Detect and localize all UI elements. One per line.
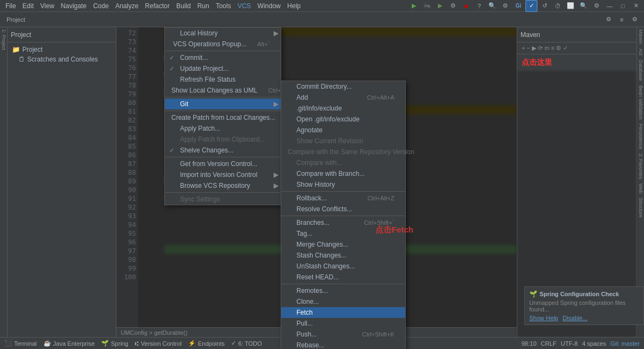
spring-disable[interactable]: Disable... bbox=[562, 315, 587, 321]
status-version-control[interactable]: ⑆ Version Control bbox=[135, 340, 182, 347]
toolbar-search[interactable]: 🔍 bbox=[578, 0, 590, 12]
git-gitignore[interactable]: .git/info/exclude bbox=[281, 103, 405, 114]
vcs-apply-patch[interactable]: Apply Patch... bbox=[165, 123, 281, 134]
sidebar-tab-database[interactable]: Database bbox=[637, 58, 645, 83]
sidebar-tab-favorites[interactable]: 2: Favorites bbox=[637, 151, 645, 181]
toolbar-maximize[interactable]: □ bbox=[617, 0, 629, 12]
toolbar-layout[interactable]: ⬜ bbox=[565, 0, 577, 12]
git-rollback[interactable]: Rollback... Ctrl+Alt+Z bbox=[281, 193, 405, 204]
toolbar-git[interactable]: Gi bbox=[512, 0, 524, 12]
git-open-gitignore[interactable]: Open .git/info/exclude bbox=[281, 114, 405, 125]
vcs-create-patch[interactable]: Create Patch from Local Changes... bbox=[165, 112, 281, 123]
menu-vcs[interactable]: VCS bbox=[234, 1, 255, 11]
tree-item-root[interactable]: 📁 Project bbox=[10, 45, 114, 54]
maven-btn2[interactable]: − bbox=[527, 45, 530, 52]
status-todo[interactable]: ✓ 6: TODO bbox=[231, 340, 262, 347]
git-compare-branch[interactable]: Compare with Branch... bbox=[281, 168, 405, 179]
menu-tools[interactable]: Tools bbox=[213, 1, 234, 11]
branch-label[interactable]: Git: master bbox=[610, 340, 640, 347]
git-add[interactable]: Add Ctrl+Alt+A bbox=[281, 92, 405, 103]
maven-btn4[interactable]: ⟳ bbox=[538, 45, 543, 52]
vcs-import[interactable]: Import into Version Control ▶ bbox=[165, 169, 281, 180]
vcs-commit[interactable]: ✓ Commit... bbox=[165, 52, 281, 63]
git-remotes[interactable]: Remotes... bbox=[281, 285, 405, 296]
menu-edit[interactable]: Edit bbox=[19, 1, 37, 11]
maven-btn1[interactable]: + bbox=[522, 45, 525, 52]
menu-code[interactable]: Code bbox=[90, 1, 112, 11]
vcs-operations-popup[interactable]: VCS Operations Popup... Alt+` bbox=[165, 39, 281, 50]
toolbar-revert[interactable]: ↺ bbox=[538, 0, 550, 12]
git-clone[interactable]: Clone... bbox=[281, 296, 405, 307]
git-commit-dir[interactable]: Commit Directory... bbox=[281, 81, 405, 92]
status-java-enterprise[interactable]: ☕ Java Enterprise bbox=[44, 340, 95, 347]
git-agnotate[interactable]: Agnotate bbox=[281, 125, 405, 136]
spring-show-help[interactable]: Show Help bbox=[529, 315, 558, 321]
vcs-show-local[interactable]: Show Local Changes as UML Ctrl+Alt+Shift… bbox=[165, 85, 281, 96]
maven-btn3[interactable]: ▶ bbox=[532, 45, 536, 52]
git-unstash[interactable]: UnStash Changes... bbox=[281, 261, 405, 272]
vcs-sync[interactable]: Sync Settings bbox=[165, 194, 281, 205]
toolbar-stop[interactable]: ■ bbox=[460, 0, 472, 12]
git-resolve[interactable]: Resolve Conflicts... bbox=[281, 204, 405, 215]
filter-btn[interactable]: ⚙ bbox=[629, 14, 641, 26]
project-dropdown[interactable]: Project bbox=[3, 14, 28, 26]
toolbar-settings2[interactable]: ⚙ bbox=[591, 0, 603, 12]
git-branches[interactable]: Branches... Ctrl+Shift+` bbox=[281, 217, 405, 228]
toolbar-close[interactable]: ✕ bbox=[630, 0, 642, 12]
maven-btn8[interactable]: ✓ bbox=[563, 45, 568, 52]
git-tag[interactable]: Tag... bbox=[281, 228, 405, 239]
vcs-refresh[interactable]: Refresh File Status bbox=[165, 74, 281, 85]
menu-file[interactable]: File bbox=[2, 1, 19, 11]
vcs-update[interactable]: ✓ Update Project... bbox=[165, 63, 281, 74]
menu-help[interactable]: Help bbox=[284, 1, 304, 11]
vcs-browse[interactable]: Browse VCS Repository ▶ bbox=[165, 180, 281, 191]
maven-btn6[interactable]: ≡ bbox=[551, 45, 554, 52]
sidebar-tab-project[interactable]: 1: Project bbox=[0, 27, 8, 52]
sidebar-tab-structure[interactable]: Structure bbox=[637, 195, 645, 220]
toolbar-minimize[interactable]: — bbox=[604, 0, 616, 12]
menu-navigate[interactable]: Navigate bbox=[58, 1, 90, 11]
vcs-apply-clipboard[interactable]: Apply Patch from Clipboard... bbox=[165, 134, 281, 145]
vcs-shelve[interactable]: ✓ Shelve Changes... bbox=[165, 145, 281, 156]
toolbar-coverage[interactable]: ▶ bbox=[434, 0, 446, 12]
git-rebase[interactable]: Rebase... bbox=[281, 340, 405, 349]
git-compare-with[interactable]: Compare with... bbox=[281, 157, 405, 168]
menu-refactor[interactable]: Refactor bbox=[142, 1, 173, 11]
vcs-local-history[interactable]: Local History ▶ bbox=[165, 28, 281, 39]
run-button[interactable]: ▶ bbox=[408, 0, 420, 12]
git-merge[interactable]: Merge Changes... bbox=[281, 239, 405, 250]
maven-btn5[interactable]: m bbox=[544, 45, 549, 52]
sidebar-tab-bean[interactable]: Bean Validation bbox=[637, 83, 645, 121]
toolbar-help[interactable]: ? bbox=[473, 0, 485, 12]
toolbar-settings[interactable]: ⚙ bbox=[499, 0, 511, 12]
status-spring[interactable]: 🌱 Spring bbox=[101, 340, 128, 347]
git-stash[interactable]: Stash Changes... bbox=[281, 250, 405, 261]
vcs-get-from-vc[interactable]: Get from Version Control... bbox=[165, 158, 281, 169]
toolbar-check[interactable]: ✓ bbox=[525, 0, 537, 12]
menu-view[interactable]: View bbox=[37, 1, 58, 11]
toolbar-time[interactable]: ⏱ bbox=[552, 0, 564, 12]
sort-btn[interactable]: ≡ bbox=[616, 14, 628, 26]
git-pull[interactable]: Pull... bbox=[281, 318, 405, 329]
sidebar-tab-maven[interactable]: Maven bbox=[637, 27, 645, 46]
sidebar-tab-web[interactable]: Web bbox=[637, 181, 645, 195]
menu-window[interactable]: Window bbox=[254, 1, 284, 11]
git-show-current[interactable]: Show Current Revision bbox=[281, 136, 405, 146]
toolbar-ant[interactable]: 🐜 bbox=[421, 0, 433, 12]
git-compare-same[interactable]: Compare with the Same Repository Version bbox=[281, 146, 405, 157]
menu-analyze[interactable]: Analyze bbox=[112, 1, 142, 11]
git-reset-head[interactable]: Reset HEAD... bbox=[281, 272, 405, 283]
sidebar-tab-persistence[interactable]: Persistence bbox=[637, 121, 645, 151]
maven-btn7[interactable]: ⚙ bbox=[556, 45, 561, 52]
git-push[interactable]: Push... Ctrl+Shift+K bbox=[281, 329, 405, 340]
status-endpoints[interactable]: ⚡ Endpoints bbox=[188, 340, 225, 347]
git-fetch[interactable]: Fetch bbox=[281, 307, 405, 318]
sidebar-tab-act[interactable]: Act bbox=[637, 46, 645, 58]
menu-run[interactable]: Run bbox=[194, 1, 213, 11]
tree-item-scratches[interactable]: 🗒 Scratches and Consoles bbox=[10, 54, 114, 64]
toolbar-profile[interactable]: ⚙ bbox=[447, 0, 459, 12]
settings-gear[interactable]: ⚙ bbox=[603, 14, 615, 26]
status-terminal[interactable]: ⬛ Terminal bbox=[4, 340, 37, 347]
menu-build[interactable]: Build bbox=[173, 1, 194, 11]
git-show-history[interactable]: Show History bbox=[281, 179, 405, 190]
